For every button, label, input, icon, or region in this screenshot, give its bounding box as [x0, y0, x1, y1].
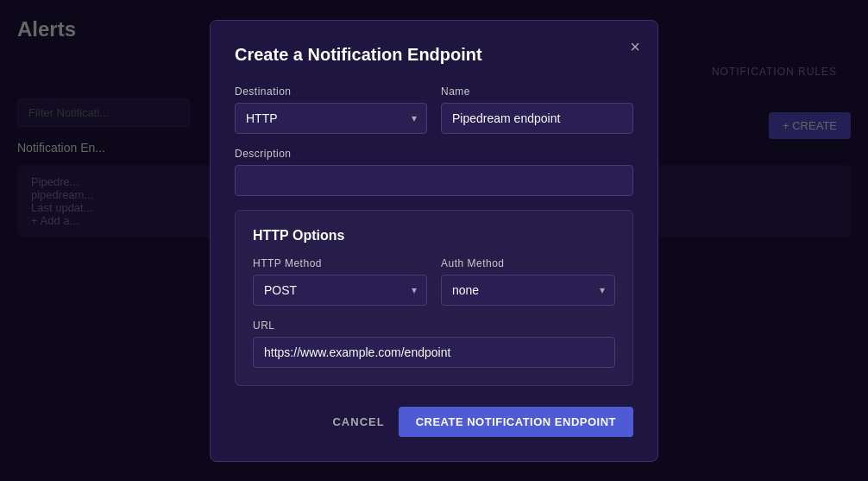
destination-name-row: Destination HTTP Slack PagerDuty Email N… — [235, 85, 633, 134]
url-input[interactable] — [253, 337, 615, 368]
auth-method-group: Auth Method none basic bearer api-key — [441, 257, 615, 306]
create-endpoint-modal: Create a Notification Endpoint × Destina… — [210, 20, 658, 462]
http-method-label: HTTP Method — [253, 257, 427, 269]
http-method-select[interactable]: GET POST PUT PATCH DELETE — [253, 275, 427, 306]
auth-method-label: Auth Method — [441, 257, 615, 269]
name-label: Name — [441, 85, 633, 98]
http-method-select-wrapper: GET POST PUT PATCH DELETE — [253, 275, 427, 306]
destination-select[interactable]: HTTP Slack PagerDuty Email — [235, 103, 427, 134]
destination-label: Destination — [235, 85, 427, 98]
http-options-box: HTTP Options HTTP Method GET POST PUT PA… — [235, 210, 633, 386]
destination-group: Destination HTTP Slack PagerDuty Email — [235, 85, 427, 134]
description-label: Description — [235, 148, 633, 160]
modal-close-button[interactable]: × — [630, 38, 640, 55]
destination-select-wrapper: HTTP Slack PagerDuty Email — [235, 103, 427, 134]
name-group: Name — [441, 85, 633, 134]
description-input[interactable] — [235, 165, 633, 196]
cancel-button[interactable]: CANCEL — [332, 415, 384, 428]
method-auth-row: HTTP Method GET POST PUT PATCH DELETE Au… — [253, 257, 615, 306]
http-method-group: HTTP Method GET POST PUT PATCH DELETE — [253, 257, 427, 306]
auth-method-select-wrapper: none basic bearer api-key — [441, 275, 615, 306]
url-label: URL — [253, 320, 615, 332]
name-input[interactable] — [441, 103, 633, 134]
create-notification-endpoint-button[interactable]: CREATE NOTIFICATION ENDPOINT — [399, 407, 633, 437]
description-group: Description — [235, 148, 633, 196]
modal-footer: CANCEL CREATE NOTIFICATION ENDPOINT — [235, 407, 633, 437]
url-group: URL — [253, 320, 615, 368]
http-options-title: HTTP Options — [253, 228, 615, 244]
modal-overlay: Create a Notification Endpoint × Destina… — [0, 0, 868, 481]
auth-method-select[interactable]: none basic bearer api-key — [441, 275, 615, 306]
modal-title: Create a Notification Endpoint — [235, 45, 633, 65]
